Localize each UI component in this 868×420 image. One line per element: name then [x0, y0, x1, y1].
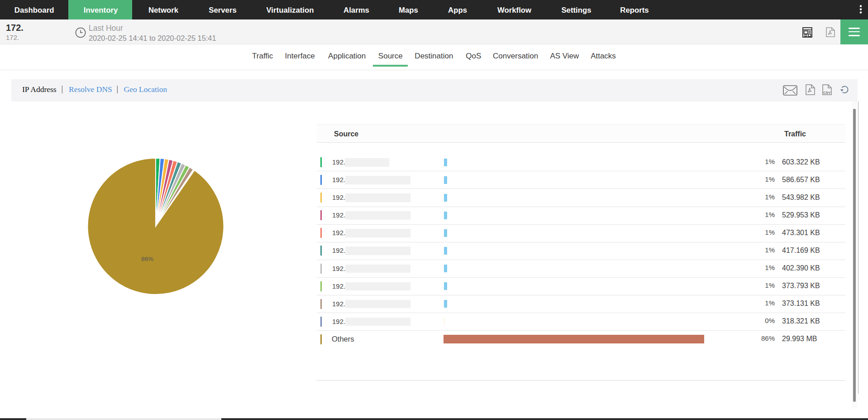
svg-text:CSV: CSV: [823, 91, 831, 95]
svg-text:86%: 86%: [141, 256, 153, 262]
